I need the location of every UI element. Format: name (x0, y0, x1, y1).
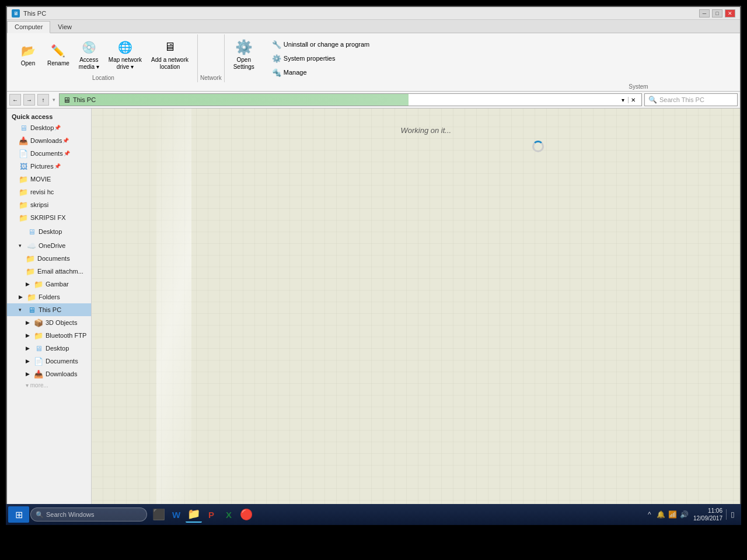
folder-icon: 📁 (34, 331, 43, 340)
back-button[interactable]: ← (9, 94, 21, 106)
sidebar-item-desktop-tree[interactable]: 🖥 Desktop (7, 225, 91, 238)
sidebar-item-pictures-quick[interactable]: 🖼 Pictures 📌 (7, 160, 91, 173)
minimize-button[interactable]: ─ (699, 9, 710, 18)
show-desktop-button[interactable]: ▯ (726, 509, 736, 520)
system-properties-icon: ⚙️ (272, 54, 281, 63)
uninstall-icon: 🔧 (272, 40, 281, 49)
start-button[interactable]: ⊞ (8, 506, 29, 523)
sidebar-item-onedrive[interactable]: ▾ ☁️ OneDrive (7, 239, 91, 252)
sidebar-item-skripsi[interactable]: 📁 skripsi (7, 198, 91, 211)
sidebar-item-documents-thispc[interactable]: ▶ 📄 Documents (7, 355, 91, 368)
expand-icon: ▶ (26, 358, 33, 364)
sidebar: Quick access 🖥 Desktop 📌 📥 Downloads 📌 📄… (7, 108, 92, 523)
search-placeholder: Search This PC (659, 96, 704, 103)
expand-icon: ▶ (26, 371, 33, 377)
sidebar-item-desktop-quick[interactable]: 🖥 Desktop 📌 (7, 121, 91, 134)
notification-icon[interactable]: 🔔 (656, 509, 666, 520)
map-network-drive-button[interactable]: 🌐 Map networkdrive ▾ (104, 37, 146, 73)
open-button[interactable]: 📂 Open (14, 40, 42, 69)
path-icon: 🖥 (63, 96, 71, 104)
pin-icon: 📌 (54, 125, 61, 131)
recent-button[interactable]: ▾ (51, 97, 57, 103)
powerpoint-app[interactable]: P (203, 506, 219, 523)
volume-icon[interactable]: 🔊 (679, 509, 690, 520)
tab-view[interactable]: View (50, 21, 79, 33)
taskbar-apps: ⬛ W 📁 P X 🔴 (151, 506, 254, 523)
access-media-button[interactable]: 💿 Accessmedia ▾ (75, 37, 103, 73)
add-network-location-button[interactable]: 🖥 Add a networklocation (147, 37, 193, 73)
network-group-label: Network (200, 74, 222, 81)
sidebar-item-label: Downloads (30, 137, 62, 144)
sidebar-item-label: Bluetooth FTP (46, 332, 86, 339)
sidebar-item-email-attachments[interactable]: 📁 Email attachm... (7, 265, 91, 278)
task-view-button[interactable]: ⬛ (151, 506, 167, 523)
loading-spinner (532, 141, 544, 152)
close-button[interactable]: ✕ (725, 9, 735, 18)
sidebar-item-label: Desktop (46, 345, 69, 352)
sidebar-item-gambar[interactable]: ▶ 📁 Gambar (7, 278, 91, 290)
onedrive-icon: ☁️ (27, 241, 36, 250)
up-button[interactable]: ↑ (37, 94, 49, 106)
clock-time: 11:06 (693, 507, 722, 514)
sidebar-item-label: SKRIPSI FX (30, 214, 66, 221)
rename-icon: ✏️ (50, 43, 67, 59)
search-label: Search Windows (46, 511, 95, 518)
sidebar-item-this-pc[interactable]: ▾ 🖥 This PC (7, 303, 91, 316)
chevron-tray-icon[interactable]: ^ (644, 509, 655, 520)
maximize-button[interactable]: □ (712, 9, 722, 18)
working-text: Working on it... (400, 126, 451, 135)
rename-button[interactable]: ✏️ Rename (43, 40, 74, 69)
sidebar-item-onedrive-documents[interactable]: 📁 Documents (7, 252, 91, 265)
window-controls: ─ □ ✕ (699, 9, 735, 18)
search-box[interactable]: 🔍 Search This PC (644, 93, 738, 106)
address-path[interactable]: 🖥 This PC ▾ ✕ (59, 93, 642, 106)
taskbar: ⊞ 🔍 Search Windows ⬛ W 📁 P X 🔴 ^ 🔔 📶 🔊 1… (6, 504, 741, 525)
access-media-icon: 💿 (81, 39, 97, 55)
sidebar-item-label: Documents (37, 255, 70, 262)
excel-app[interactable]: X (221, 506, 237, 523)
sidebar-item-more: ▾ more... (7, 380, 91, 390)
sidebar-item-label: OneDrive (39, 242, 65, 249)
network-icon[interactable]: 📶 (668, 509, 678, 520)
open-settings-button[interactable]: ⚙️ OpenSettings (229, 37, 259, 80)
path-text: This PC (73, 96, 96, 103)
sidebar-item-label: skripsi (30, 201, 48, 208)
sidebar-item-3d-objects[interactable]: ▶ 📦 3D Objects (7, 316, 91, 329)
manage-button[interactable]: 🔩 Manage (268, 66, 374, 79)
settings-icon: ⚙️ (236, 39, 252, 55)
this-pc-icon: 🖥 (27, 305, 36, 314)
address-dropdown-btn[interactable]: ▾ (619, 97, 627, 103)
content-area: Working on it... (92, 108, 740, 523)
sidebar-item-bluetooth-ftp[interactable]: ▶ 📁 Bluetooth FTP (7, 329, 91, 342)
sidebar-item-movie[interactable]: 📁 MOVIE (7, 173, 91, 186)
sidebar-item-label: Downloads (46, 370, 77, 377)
ribbon-group-network: Network (198, 34, 225, 82)
taskbar-search[interactable]: 🔍 Search Windows (30, 508, 147, 522)
search-icon: 🔍 (648, 96, 657, 104)
folder-icon: 📁 (19, 213, 28, 222)
sidebar-item-revisi[interactable]: 📁 revisi hc (7, 186, 91, 198)
folder-icon: 📁 (34, 279, 43, 289)
forward-button[interactable]: → (23, 94, 35, 106)
uninstall-button[interactable]: 🔧 Uninstall or change a program (268, 38, 374, 51)
sidebar-item-folders[interactable]: ▶ 📁 Folders (7, 290, 91, 303)
manage-icon: 🔩 (272, 68, 281, 77)
search-icon: 🔍 (36, 511, 44, 519)
folder-icon: 📁 (19, 174, 28, 184)
sidebar-item-downloads-quick[interactable]: 📥 Downloads 📌 (7, 134, 91, 147)
sidebar-item-downloads-thispc[interactable]: ▶ 📥 Downloads (7, 368, 91, 380)
system-properties-button[interactable]: ⚙️ System properties (268, 52, 374, 65)
sidebar-item-label: Pictures (30, 163, 54, 170)
sidebar-item-desktop-thispc[interactable]: ▶ 🖥 Desktop (7, 342, 91, 355)
address-close-btn[interactable]: ✕ (628, 97, 638, 103)
system-small-buttons: 🔧 Uninstall or change a program ⚙️ Syste… (263, 37, 378, 80)
word-app[interactable]: W (168, 506, 184, 523)
file-explorer-app[interactable]: 📁 (186, 506, 202, 523)
sidebar-item-skripsi-fx[interactable]: 📁 SKRIPSI FX (7, 211, 91, 224)
tray-clock[interactable]: 11:06 12/09/2017 (693, 507, 722, 522)
tab-computer[interactable]: Computer (7, 21, 50, 33)
ribbon-group-system: ⚙️ OpenSettings 🔧 Uninstall or change a … (225, 34, 383, 82)
sidebar-item-documents-quick[interactable]: 📄 Documents 📌 (7, 147, 91, 160)
expand-icon: ▶ (26, 332, 33, 338)
chrome-app[interactable]: 🔴 (238, 506, 254, 523)
